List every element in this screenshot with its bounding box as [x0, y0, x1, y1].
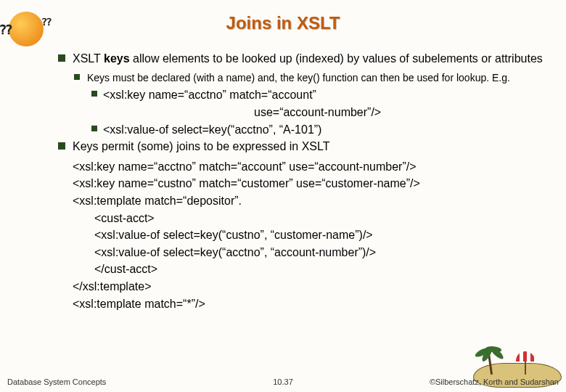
slide-content: XSLT keys allow elements to be looked up… [58, 51, 551, 313]
code-line: <xsl:key name=“custno” match=“customer” … [58, 176, 551, 192]
code-line: <xsl:template match=“depositor”. [58, 193, 551, 209]
text: XSLT [73, 52, 104, 65]
code-xsl-key-cont: use=“account-number”/> [58, 105, 551, 121]
code-line: <xsl:value-of select=key(“acctno”, “acco… [58, 245, 551, 261]
bullet-joins: Keys permit (some) joins to be expressed… [58, 139, 551, 155]
bird-icon: ⁇ [42, 16, 52, 28]
code-xsl-key: <xsl:key name=“acctno” match=“account” [58, 87, 551, 103]
text-bold: keys [104, 52, 130, 65]
code-line: </cust-acct> [58, 261, 551, 277]
text: allow elements to be looked up (indexed)… [130, 52, 543, 65]
code-line: <xsl:value-of select=key(“custno”, “cust… [58, 227, 551, 243]
footer: Database System Concepts 10.37 ©Silbersc… [0, 373, 566, 386]
slide-title: Joins in XSLT [0, 0, 566, 33]
footer-left: Database System Concepts [7, 377, 106, 386]
code-line: <cust-acct> [58, 211, 551, 226]
umbrella-icon [516, 351, 535, 373]
bullet-keys-declared: Keys must be declared (with a name) and,… [58, 71, 551, 85]
footer-right: ©Silberschatz, Korth and Sudarshan [430, 377, 559, 386]
code-line: <xsl:key name=“acctno” match=“account” u… [58, 159, 551, 175]
code-xsl-valueof: <xsl:value-of select=key(“acctno”, “A-10… [58, 122, 551, 138]
code-line: </xsl:template> [58, 279, 551, 295]
code-line: <xsl:template match=“*”/> [58, 296, 551, 312]
bullet-keys-intro: XSLT keys allow elements to be looked up… [58, 51, 551, 67]
slide: ⁇ ⁇ Joins in XSLT XSLT keys allow elemen… [0, 0, 566, 392]
bird-icon: ⁇ [0, 22, 12, 38]
footer-center: 10.37 [273, 377, 293, 386]
